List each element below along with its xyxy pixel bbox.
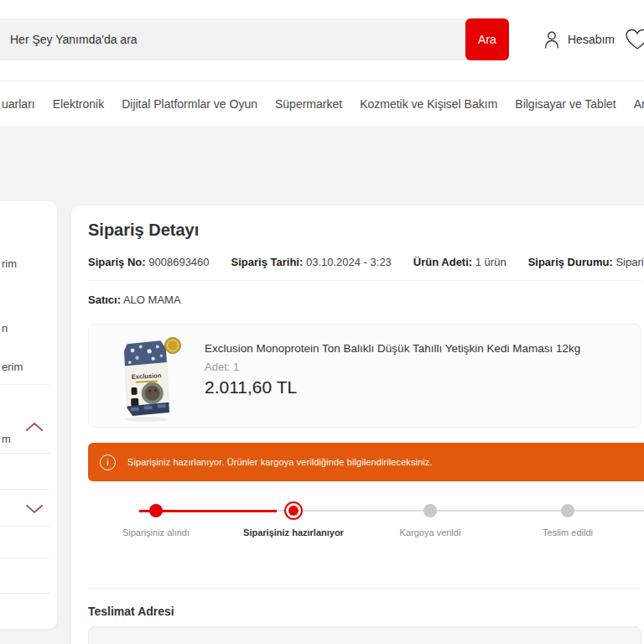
divider — [0, 558, 50, 558]
seller-row: Satıcı: ALO MAMA — [88, 293, 641, 306]
sidebar-item[interactable]: erim — [2, 361, 23, 373]
svg-text:Exclusion: Exclusion — [132, 371, 162, 381]
progress-label-delivered: Teslim edildi — [543, 527, 593, 538]
page-title: Sipariş Detayı — [88, 221, 641, 240]
order-number: Sipariş No: 9008693460 — [88, 256, 210, 268]
order-status: Sipariş Durumu: Siparişiniz hazırlanıyor — [528, 256, 644, 268]
nav-item-anne-bebek[interactable]: Anne Beb — [634, 97, 644, 111]
order-progress-tracker: Siparişiniz alındı Siparişiniz hazırlanı… — [71, 491, 644, 545]
product-info: Exclusion Monoprotein Ton Balıklı Düşük … — [205, 325, 580, 397]
user-icon — [543, 30, 560, 49]
order-detail-panel: Sipariş Detayı Sipariş No: 9008693460 Si… — [71, 205, 644, 644]
divider — [0, 526, 50, 527]
delivery-address-box — [88, 626, 641, 644]
product-price: 2.011,60 TL — [205, 377, 580, 397]
progress-dot-shipped — [423, 504, 437, 517]
sidebar-item[interactable]: m — [2, 433, 11, 445]
order-item-count: Ürün Adeti: 1 ürün — [413, 256, 506, 268]
progress-label-preparing: Siparişiniz hazırlanıyor — [243, 527, 344, 538]
category-nav: uarları Elektronik Dijital Platformlar v… — [0, 81, 644, 126]
header: Ara Hesabım — [0, 0, 644, 81]
chevron-up-icon[interactable] — [25, 421, 44, 436]
search-button[interactable]: Ara — [465, 18, 509, 60]
account-label: Hesabım — [568, 33, 615, 46]
divider — [88, 588, 641, 589]
product-image: Exclusion — [111, 331, 188, 423]
progress-label-shipped: Kargoya verildi — [400, 527, 461, 538]
sidebar-item[interactable]: rim — [2, 257, 17, 270]
status-alert-text: Siparişiniz hazırlanıyor. Ürünler kargoy… — [127, 457, 433, 467]
nav-item-supermarket[interactable]: Süpermarket — [275, 97, 342, 111]
account-button[interactable]: Hesabım — [543, 18, 615, 60]
divider — [0, 384, 50, 385]
divider — [0, 453, 50, 454]
delivery-address-title: Teslimat Adresi — [88, 605, 641, 618]
order-meta: Sipariş No: 9008693460 Sipariş Tarihi: 0… — [88, 256, 641, 268]
divider — [88, 280, 641, 281]
sidebar-item[interactable]: n — [2, 322, 8, 335]
wishlist-icon[interactable] — [625, 28, 644, 55]
progress-dot-received — [149, 504, 163, 517]
info-icon: i — [100, 454, 116, 470]
progress-track — [277, 510, 644, 512]
search-bar: Ara — [0, 18, 509, 60]
nav-item-bilgisayar-tablet[interactable]: Bilgisayar ve Tablet — [515, 97, 615, 111]
product-quantity: Adet: 1 — [205, 361, 580, 373]
progress-dot-preparing — [284, 501, 303, 520]
progress-label-received: Siparişiniz alındı — [122, 527, 190, 538]
search-input[interactable] — [0, 18, 465, 60]
divider — [0, 593, 50, 594]
nav-item-dijital-platformlar[interactable]: Dijital Platformlar ve Oyun — [122, 97, 257, 111]
product-card[interactable]: Exclusion — [88, 324, 641, 428]
nav-item-kozmetik[interactable]: Kozmetik ve Kişisel Bakım — [360, 97, 497, 111]
order-date: Sipariş Tarihi: 03.10.2024 - 3:23 — [231, 256, 392, 268]
status-alert: i Siparişiniz hazırlanıyor. Ürünler karg… — [88, 443, 644, 481]
chevron-down-icon[interactable] — [25, 503, 44, 518]
account-sidebar: rim n erim m — [0, 201, 57, 629]
divider — [0, 489, 50, 490]
nav-item-aksesuarlari[interactable]: uarları — [2, 97, 35, 111]
nav-item-elektronik[interactable]: Elektronik — [53, 97, 104, 111]
product-title: Exclusion Monoprotein Ton Balıklı Düşük … — [205, 342, 580, 355]
progress-dot-delivered — [561, 504, 574, 517]
